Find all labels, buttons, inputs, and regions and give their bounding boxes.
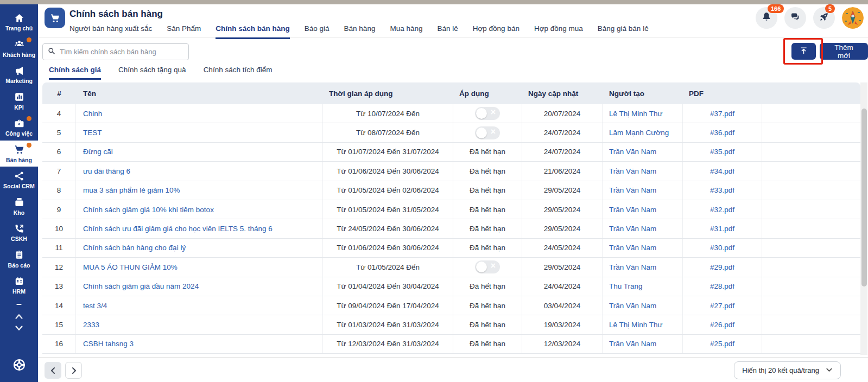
table-row: 9Chính sách giảm giá 10% khi tiêm botoxT…	[42, 200, 860, 219]
creator-link[interactable]: Trần Văn Nam	[609, 244, 656, 252]
creator-link[interactable]: Thu Trang	[609, 282, 643, 290]
chevron-down-icon[interactable]	[0, 322, 38, 334]
tab-2[interactable]: Sản Phẩm	[167, 24, 201, 39]
pdf-link[interactable]: #26.pdf	[710, 321, 734, 329]
creator-link[interactable]: Lê Thị Minh Thư	[609, 321, 663, 329]
cell-status: Đã hết hạn	[453, 143, 522, 161]
cell-period: Từ 24/05/2024 Đến 30/06/2024	[323, 219, 453, 238]
creator-link[interactable]: Trần Văn Nam	[609, 148, 656, 156]
sidebar-item-phone[interactable]: CSKH	[0, 219, 38, 246]
tab-5[interactable]: Bán hàng	[344, 24, 376, 39]
creator-link[interactable]: Trần Văn Nam	[609, 186, 656, 194]
policy-name-link[interactable]: Chính sách giảm giá 10% khi tiêm botox	[83, 206, 214, 214]
policy-name-link[interactable]: Chinh	[83, 110, 102, 118]
subtab-3[interactable]: Chính sách tích điểm	[204, 66, 273, 80]
pdf-link[interactable]: #30.pdf	[710, 244, 734, 252]
policy-name-link[interactable]: Đừng cãi	[83, 148, 113, 156]
creator-link[interactable]: Trần Văn Nam	[609, 206, 656, 214]
pdf-link[interactable]: #25.pdf	[710, 340, 734, 348]
scrollbar-thumb[interactable]	[861, 109, 867, 286]
cell-pdf: #31.pdf	[683, 219, 762, 238]
creator-link[interactable]: Trần Văn Nam	[609, 263, 656, 271]
policy-name-link[interactable]: 2333	[83, 321, 99, 329]
cell-updated: 19/03/2024	[522, 315, 603, 334]
policy-name-link[interactable]: MUA 5 ÁO THUN GIẢM 10%	[83, 263, 178, 271]
row-index: 13	[55, 282, 63, 290]
cell-empty	[762, 143, 860, 161]
notifications-bell-button[interactable]: 166	[756, 7, 777, 29]
upload-button[interactable]	[791, 43, 816, 60]
sidebar-item-home[interactable]: Trang chủ	[0, 9, 38, 35]
sidebar-item-kpi-chart[interactable]: KPI	[0, 88, 38, 114]
cell-period: Từ 01/06/2024 Đến 30/06/2024	[323, 162, 453, 180]
pdf-link[interactable]: #36.pdf	[710, 129, 734, 137]
creator-link[interactable]: Trần Văn Nam	[609, 167, 656, 175]
tab-6[interactable]: Mua hàng	[390, 24, 422, 39]
sidebar-item-storage[interactable]: Kho	[0, 193, 38, 220]
pdf-link[interactable]: #32.pdf	[710, 206, 734, 214]
column-header-empty	[762, 82, 860, 104]
sidebar-item-report[interactable]: Báo cáo	[0, 246, 38, 272]
cell-updated: 29/05/2024	[522, 219, 603, 238]
vertical-scrollbar[interactable]	[860, 82, 867, 355]
subtab-1[interactable]: Chính sách giá	[49, 66, 101, 80]
policy-name-link[interactable]: Chính sách ưu đãi giảm giá cho học viên …	[83, 225, 273, 233]
creator-link[interactable]: Trần Văn Nam	[609, 302, 656, 310]
policy-name-link[interactable]: Chính sách bán hàng cho đại lý	[83, 244, 186, 252]
tab-4[interactable]: Báo giá	[305, 24, 330, 39]
cell-pdf: #26.pdf	[683, 315, 762, 334]
support-wheel-icon[interactable]	[12, 358, 27, 374]
policy-name-link[interactable]: Chính sách giảm giá đầu năm 2024	[83, 282, 199, 290]
apply-toggle-off[interactable]	[475, 260, 500, 273]
tab-7[interactable]: Bán lẻ	[437, 24, 458, 39]
creator-link[interactable]: Trần Văn Nam	[609, 340, 656, 348]
policy-name-link[interactable]: ưu đãi tháng 6	[83, 167, 130, 175]
policy-name-link[interactable]: mua 3 sản phẩm lẻ giảm 10%	[83, 186, 180, 194]
tab-3[interactable]: Chính sách bán hàng	[216, 24, 290, 39]
policy-name-link[interactable]: test 3/4	[83, 302, 107, 310]
main-content: Chính sách bán hàng Người bán hàng xuất …	[38, 4, 868, 382]
cell-status: Đã hết hạn	[453, 315, 522, 334]
policy-name-link[interactable]: TEST	[83, 129, 102, 137]
pdf-link[interactable]: #31.pdf	[710, 225, 734, 233]
pdf-link[interactable]: #28.pdf	[710, 282, 734, 290]
page-size-select[interactable]: Hiển thị 20 kết quả/trang	[734, 361, 841, 379]
apply-toggle-off[interactable]	[475, 126, 500, 139]
table-row: 4ChinhTừ 10/07/2024 Đến20/07/2024Lê Thị …	[42, 104, 860, 123]
tab-9[interactable]: Hợp đồng mua	[534, 24, 583, 39]
pdf-link[interactable]: #27.pdf	[710, 302, 734, 310]
sidebar-item-id-card[interactable]: HRM	[0, 272, 38, 298]
add-new-button[interactable]: Thêm mới	[820, 43, 868, 60]
user-avatar[interactable]	[842, 7, 864, 29]
policy-name-link[interactable]: CSBH tahsng 3	[83, 340, 134, 348]
prev-page-button[interactable]	[45, 362, 61, 379]
sidebar-item-megaphone[interactable]: Marketing	[0, 61, 38, 88]
sidebar-item-users[interactable]: Khách hàng	[0, 35, 38, 62]
pdf-link[interactable]: #33.pdf	[710, 186, 734, 194]
creator-link[interactable]: Trần Văn Nam	[609, 225, 656, 233]
creator-link[interactable]: Lâm Mạnh Cường	[609, 129, 669, 137]
cell-creator: Trần Văn Nam	[603, 239, 683, 257]
tab-1[interactable]: Người bán hàng xuất sắc	[69, 24, 152, 39]
sidebar-item-share[interactable]: Social CRM	[0, 167, 38, 193]
apply-toggle-off[interactable]	[475, 107, 500, 120]
pdf-link[interactable]: #37.pdf	[710, 110, 734, 118]
subtab-2[interactable]: Chính sách tặng quà	[118, 66, 186, 80]
pdf-link[interactable]: #34.pdf	[710, 167, 734, 175]
next-page-button[interactable]	[65, 362, 82, 379]
chevron-up-icon[interactable]	[0, 310, 38, 322]
creator-link[interactable]: Lê Thị Minh Thư	[609, 110, 663, 118]
sidebar-collapse-minus[interactable]	[0, 298, 38, 310]
chat-button[interactable]	[784, 7, 806, 29]
tab-10[interactable]: Bảng giá bán lẻ	[598, 24, 649, 39]
row-index: 6	[57, 148, 61, 156]
cell-index: 12	[42, 258, 76, 276]
sidebar-item-briefcase[interactable]: Công việc	[0, 114, 38, 141]
search-input[interactable]	[60, 48, 184, 56]
sidebar-item-cart[interactable]: Bán hàng	[0, 141, 38, 167]
pdf-link[interactable]: #35.pdf	[710, 148, 734, 156]
cell-empty	[762, 123, 860, 142]
rocket-button[interactable]: 5	[813, 7, 835, 29]
pdf-link[interactable]: #29.pdf	[710, 263, 734, 271]
tab-8[interactable]: Hợp đồng bán	[473, 24, 519, 39]
